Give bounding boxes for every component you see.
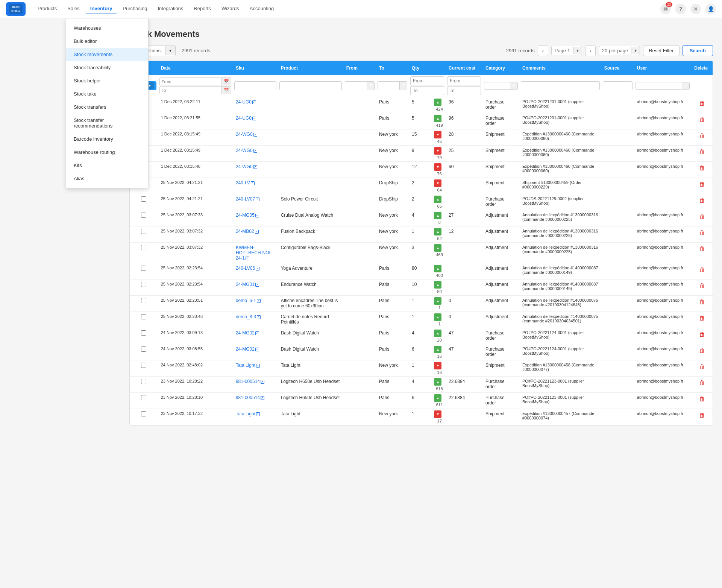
delete-button[interactable]: 🗑 <box>698 346 707 355</box>
to-filter-arrow-icon[interactable]: ▼ <box>399 82 407 90</box>
delete-button[interactable]: 🗑 <box>698 298 707 306</box>
date-from-calendar-icon[interactable]: 📅 <box>221 78 231 85</box>
sku-link[interactable]: 24-WG0 <box>236 164 253 169</box>
external-link-icon[interactable]: ↗ <box>252 100 256 104</box>
prev-page-button[interactable]: ‹ <box>538 46 548 56</box>
delete-button[interactable]: 🗑 <box>698 213 707 221</box>
sku-link[interactable]: 24-MG02 <box>236 346 255 352</box>
category-filter-arrow-icon[interactable]: ▼ <box>510 82 517 89</box>
nav-integrations[interactable]: Integrations <box>153 3 188 14</box>
row-checkbox[interactable] <box>141 363 146 368</box>
delete-button[interactable]: 🗑 <box>698 395 707 403</box>
source-filter-input[interactable] <box>603 81 633 90</box>
nav-sales[interactable]: Sales <box>63 3 84 14</box>
comments-filter-input[interactable] <box>521 81 600 90</box>
menu-item-stock-take[interactable]: Stock take <box>66 87 148 100</box>
row-checkbox[interactable] <box>141 266 146 271</box>
sku-link[interactable]: Tata Light <box>236 411 255 416</box>
user-filter-arrow-icon[interactable]: ▼ <box>682 82 689 89</box>
external-link-icon[interactable]: ↗ <box>252 117 256 120</box>
external-link-icon[interactable]: ↗ <box>261 396 264 400</box>
menu-item-stock-movements[interactable]: Stock movements <box>66 48 148 61</box>
delete-button[interactable]: 🗑 <box>698 148 707 156</box>
row-checkbox[interactable] <box>141 395 146 400</box>
external-link-icon[interactable]: ↗ <box>255 230 259 234</box>
row-checkbox[interactable] <box>141 379 146 384</box>
date-to-calendar-icon[interactable]: 📅 <box>221 87 231 94</box>
sku-link[interactable]: 24-MG05 <box>236 213 255 218</box>
nav-products[interactable]: Products <box>33 3 61 14</box>
product-filter-input[interactable] <box>279 81 342 90</box>
external-link-icon[interactable]: ↗ <box>257 315 261 319</box>
external-link-icon[interactable]: ↗ <box>256 198 259 201</box>
delete-button[interactable]: 🗑 <box>698 314 707 322</box>
nav-purchasing[interactable]: Purchasing <box>118 3 152 14</box>
sku-link[interactable]: 24-MB02 <box>236 229 254 234</box>
menu-item-kits[interactable]: Kits <box>66 159 148 172</box>
row-checkbox[interactable] <box>141 196 146 202</box>
external-link-icon[interactable]: ↗ <box>255 283 259 287</box>
row-checkbox[interactable] <box>141 229 146 234</box>
sku-link[interactable]: 24-UG0 <box>236 115 252 121</box>
delete-button[interactable]: 🗑 <box>698 132 707 140</box>
external-link-icon[interactable]: ↗ <box>256 412 260 416</box>
external-link-icon[interactable]: ↗ <box>256 267 259 270</box>
help-icon[interactable]: ? <box>675 4 686 14</box>
sku-link[interactable]: 24-UG0 <box>236 99 252 105</box>
external-link-icon[interactable]: ↗ <box>261 380 264 384</box>
row-checkbox[interactable] <box>141 282 146 287</box>
delete-button[interactable]: 🗑 <box>698 245 707 253</box>
user-icon[interactable]: 👤 <box>705 4 716 14</box>
sku-link[interactable]: 24-MG02 <box>236 330 255 336</box>
nav-reports[interactable]: Reports <box>189 3 215 14</box>
nav-accounting[interactable]: Accounting <box>245 3 278 14</box>
row-checkbox[interactable] <box>141 298 146 303</box>
close-icon[interactable]: ✕ <box>690 4 701 14</box>
delete-button[interactable]: 🗑 <box>698 266 707 274</box>
nav-wizards[interactable]: Wizards <box>217 3 244 14</box>
external-link-icon[interactable]: ↗ <box>251 181 255 185</box>
sku-link[interactable]: 24-WG0 <box>236 148 253 153</box>
row-checkbox[interactable] <box>141 330 146 336</box>
menu-item-stock-traceability[interactable]: Stock traceability <box>66 61 148 74</box>
external-link-icon[interactable]: ↗ <box>255 331 259 335</box>
page-select-arrow-icon[interactable]: ▼ <box>573 47 582 54</box>
date-to-input[interactable] <box>160 87 221 94</box>
per-page-select[interactable]: 20 per page ▼ <box>599 46 640 55</box>
menu-item-stock-transfers[interactable]: Stock transfers <box>66 100 148 114</box>
menu-item-barcode-inventory[interactable]: Barcode inventory <box>66 132 148 146</box>
qty-to-filter-input[interactable] <box>410 86 444 95</box>
reset-filter-button[interactable]: Reset Filter <box>643 45 679 56</box>
sku-link[interactable]: KWMEN-HOPTBECH-NOI-24-1 <box>236 245 272 261</box>
delete-button[interactable]: 🗑 <box>698 282 707 290</box>
delete-button[interactable]: 🗑 <box>698 164 707 172</box>
sku-link[interactable]: demo_6-1 <box>236 298 256 303</box>
per-page-arrow-icon[interactable]: ▼ <box>631 47 640 54</box>
sku-link[interactable]: 240-LV <box>236 180 250 185</box>
delete-button[interactable]: 🗑 <box>698 330 707 339</box>
next-page-button[interactable]: › <box>585 46 596 56</box>
sku-link[interactable]: Tata Light <box>236 363 255 368</box>
delete-button[interactable]: 🗑 <box>698 363 707 371</box>
search-button[interactable]: Search <box>683 45 713 56</box>
nav-inventory[interactable]: Inventory <box>86 3 117 14</box>
from-filter-arrow-icon[interactable]: ▼ <box>367 82 374 90</box>
delete-button[interactable]: 🗑 <box>698 180 707 188</box>
menu-item-stock-helper[interactable]: Stock helper <box>66 74 148 87</box>
delete-button[interactable]: 🗑 <box>698 229 707 237</box>
cost-from-filter-input[interactable] <box>447 76 481 85</box>
external-link-icon[interactable]: ↗ <box>255 214 259 217</box>
sku-filter-input[interactable] <box>234 81 276 90</box>
row-checkbox[interactable] <box>141 346 146 352</box>
menu-item-stock-transfer-recommendations[interactable]: Stock transfer recommendations <box>66 114 148 132</box>
sku-link[interactable]: 24-WG0 <box>236 132 253 137</box>
qty-from-filter-input[interactable] <box>410 76 444 85</box>
delete-button[interactable]: 🗑 <box>698 115 707 124</box>
row-checkbox[interactable] <box>141 213 146 218</box>
delete-button[interactable]: 🗑 <box>698 99 707 108</box>
external-link-icon[interactable]: ↗ <box>257 299 261 303</box>
external-link-icon[interactable]: ↗ <box>246 257 249 260</box>
external-link-icon[interactable]: ↗ <box>253 165 257 169</box>
mail-icon[interactable]: ✉ 23 <box>660 4 671 14</box>
sku-link[interactable]: 240-LV07 <box>236 196 255 202</box>
